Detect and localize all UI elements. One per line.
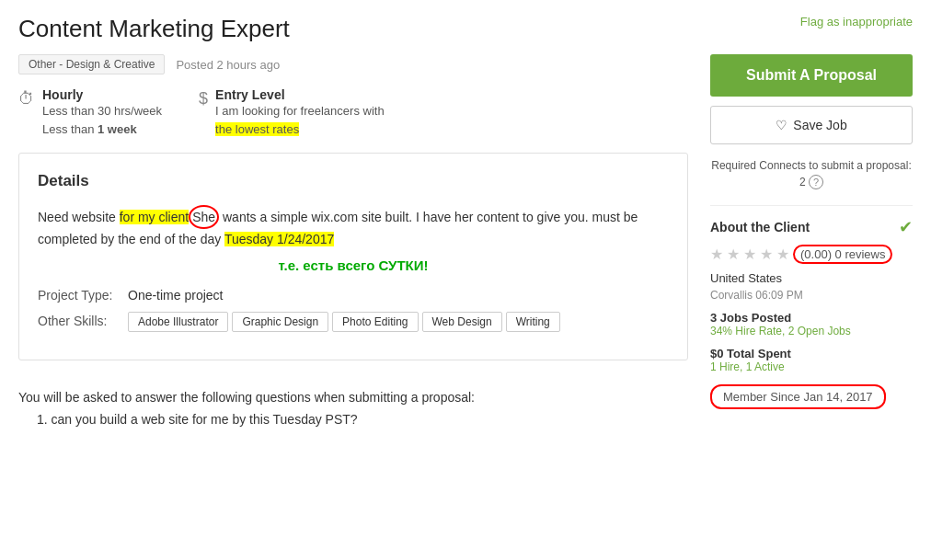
job-level-text1: I am looking for freelancers with bbox=[215, 102, 385, 120]
questions-box: You will be asked to answer the followin… bbox=[18, 375, 688, 441]
job-type-info: ⏱ Hourly Less than 30 hrs/week Less than… bbox=[18, 87, 162, 138]
job-duration: Less than 1 week bbox=[42, 120, 162, 139]
skill-web-design[interactable]: Web Design bbox=[422, 312, 502, 332]
meta-row: Other - Design & Creative Posted 2 hours… bbox=[18, 54, 688, 74]
highlight-date: Tuesday 1/24/2017 bbox=[224, 232, 334, 246]
highlight-client: for my client bbox=[120, 210, 189, 224]
flag-link[interactable]: Flag as inappropriate bbox=[800, 15, 913, 29]
skills-row: Other Skills: Adobe Illustrator Graphic … bbox=[38, 312, 669, 332]
client-country: United States bbox=[710, 271, 913, 285]
skill-adobe-illustrator[interactable]: Adobe Illustrator bbox=[128, 312, 228, 332]
clock-icon: ⏱ bbox=[18, 89, 35, 109]
connects-info: Required Connects to submit a proposal: … bbox=[710, 157, 913, 190]
job-level-text2: the lowest rates bbox=[215, 120, 385, 139]
verified-icon: ✔ bbox=[899, 217, 913, 237]
project-type-label: Project Type: bbox=[38, 288, 121, 303]
connects-help-icon[interactable]: ? bbox=[809, 175, 823, 189]
client-title: About the Client bbox=[710, 220, 810, 234]
description: Need website for my clientShe wants a si… bbox=[38, 205, 669, 250]
skills-list: Adobe Illustrator Graphic Design Photo E… bbox=[128, 312, 560, 332]
hire-active: 1 Hire, 1 Active bbox=[710, 360, 913, 373]
dollar-icon: $ bbox=[199, 89, 208, 109]
star-1: ★ bbox=[710, 246, 723, 263]
project-type-value: One-time project bbox=[128, 288, 223, 303]
job-hours: Less than 30 hrs/week bbox=[42, 102, 162, 120]
circled-she: She bbox=[189, 205, 219, 229]
job-level-info: $ Entry Level I am looking for freelance… bbox=[199, 87, 385, 138]
details-title: Details bbox=[38, 172, 669, 190]
star-4: ★ bbox=[760, 246, 773, 263]
details-box: Details Need website for my clientShe wa… bbox=[18, 153, 688, 360]
client-section: About the Client ✔ ★ ★ ★ ★ ★ (0.00) 0 re… bbox=[710, 217, 913, 409]
skill-graphic-design[interactable]: Graphic Design bbox=[232, 312, 328, 332]
client-header: About the Client ✔ bbox=[710, 217, 913, 237]
project-info: Project Type: One-time project Other Ski… bbox=[38, 288, 669, 332]
question-1: 1. can you build a web site for me by th… bbox=[37, 412, 688, 427]
star-3: ★ bbox=[743, 246, 756, 263]
heart-icon: ♡ bbox=[776, 118, 787, 132]
job-type-label: Hourly bbox=[42, 87, 162, 102]
save-job-button[interactable]: ♡ Save Job bbox=[710, 106, 913, 144]
russian-annotation: т.е. есть всего СУТКИ! bbox=[38, 257, 669, 273]
category-tag: Other - Design & Creative bbox=[18, 54, 165, 74]
job-info-row: ⏱ Hourly Less than 30 hrs/week Less than… bbox=[18, 87, 688, 138]
page-title: Content Marketing Expert bbox=[18, 15, 290, 43]
skill-photo-editing[interactable]: Photo Editing bbox=[332, 312, 418, 332]
client-city-time: Corvallis 06:09 PM bbox=[710, 289, 913, 302]
jobs-posted: 3 Jobs Posted bbox=[710, 311, 913, 325]
reviews-circled: (0.00) 0 reviews bbox=[793, 245, 892, 264]
skill-writing[interactable]: Writing bbox=[506, 312, 560, 332]
project-type-row: Project Type: One-time project bbox=[38, 288, 669, 303]
job-level-label: Entry Level bbox=[215, 87, 385, 102]
star-2: ★ bbox=[727, 246, 740, 263]
star-5: ★ bbox=[776, 246, 789, 263]
member-since: Member Since Jan 14, 2017 bbox=[710, 384, 886, 409]
other-skills-label: Other Skills: bbox=[38, 314, 121, 328]
stars-rating-row: ★ ★ ★ ★ ★ (0.00) 0 reviews bbox=[710, 245, 913, 264]
hire-rate: 34% Hire Rate, 2 Open Jobs bbox=[710, 325, 913, 337]
questions-intro: You will be asked to answer the followin… bbox=[18, 390, 688, 405]
posted-time: Posted 2 hours ago bbox=[176, 58, 280, 72]
total-spent: $0 Total Spent bbox=[710, 347, 913, 360]
right-column: Submit A Proposal ♡ Save Job Required Co… bbox=[710, 54, 913, 441]
submit-proposal-button[interactable]: Submit A Proposal bbox=[710, 54, 913, 97]
left-column: Other - Design & Creative Posted 2 hours… bbox=[18, 54, 688, 441]
